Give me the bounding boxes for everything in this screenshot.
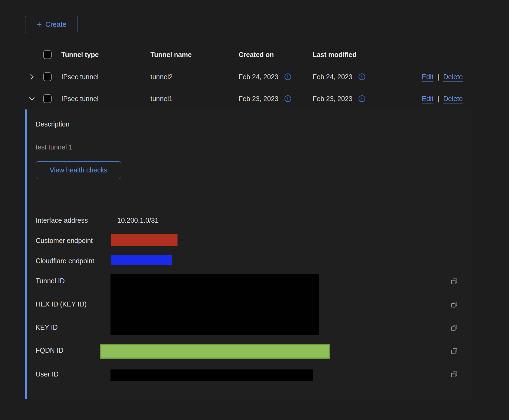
copy-hex-id-button[interactable] xyxy=(450,301,458,309)
copy-icon xyxy=(450,277,458,285)
tunnel-id-label: Tunnel ID xyxy=(36,277,65,285)
table-row: IPsec tunnel tunnel2 Feb 24, 2023 Feb 24… xyxy=(0,66,509,88)
fqdn-id-redaction xyxy=(100,344,330,359)
header-tunnel-name: Tunnel name xyxy=(150,51,192,58)
create-button[interactable]: + Create xyxy=(25,16,78,33)
interface-address-label: Interface address xyxy=(36,216,88,224)
tunnel-name-cell: tunnel2 xyxy=(150,73,173,81)
copy-tunnel-id-button[interactable] xyxy=(450,277,458,285)
cloudflare-endpoint-label: Cloudflare endpoint xyxy=(36,257,94,265)
copy-icon xyxy=(450,324,458,332)
row-actions: Edit | Delete xyxy=(422,95,463,103)
expanded-accent-bar xyxy=(25,109,27,399)
created-on-date: Feb 24, 2023 xyxy=(239,73,278,81)
collapse-chevron-down-icon[interactable] xyxy=(28,94,36,103)
customer-endpoint-label: Customer endpoint xyxy=(36,236,93,245)
last-modified-date: Feb 24, 2023 xyxy=(313,73,352,81)
cloudflare-endpoint-redaction xyxy=(111,255,172,265)
row-checkbox[interactable] xyxy=(43,94,52,103)
header-last-modified: Last modified xyxy=(313,51,357,58)
tunnel-type-cell: IPsec tunnel xyxy=(61,95,99,103)
fqdn-id-label: FQDN ID xyxy=(36,346,63,354)
info-icon[interactable] xyxy=(284,73,292,81)
header-tunnel-type: Tunnel type xyxy=(61,51,99,58)
info-icon[interactable] xyxy=(358,95,366,102)
info-icon[interactable] xyxy=(358,73,366,81)
key-id-label: KEY ID xyxy=(36,323,58,331)
created-on-cell: Feb 24, 2023 xyxy=(239,73,292,81)
copy-icon xyxy=(450,347,458,355)
user-id-redaction xyxy=(110,369,313,381)
view-health-checks-button[interactable]: View health checks xyxy=(36,161,121,179)
actions-separator: | xyxy=(437,95,439,103)
tunnel-type-cell: IPsec tunnel xyxy=(61,73,99,81)
actions-separator: | xyxy=(437,73,439,81)
copy-key-id-button[interactable] xyxy=(450,324,458,332)
created-on-cell: Feb 23, 2023 xyxy=(239,95,292,103)
expand-chevron-right-icon[interactable] xyxy=(28,72,36,81)
description-value: test tunnel 1 xyxy=(36,143,72,151)
plus-icon: + xyxy=(36,19,42,29)
delete-link[interactable]: Delete xyxy=(443,95,463,103)
delete-link[interactable]: Delete xyxy=(443,73,463,81)
created-on-date: Feb 23, 2023 xyxy=(239,95,278,103)
header-created-on: Created on xyxy=(239,51,274,58)
create-button-label: Create xyxy=(45,20,66,29)
section-divider xyxy=(36,200,462,200)
customer-endpoint-redaction xyxy=(111,234,178,246)
description-label: Description xyxy=(36,120,69,128)
row-checkbox[interactable] xyxy=(43,72,52,81)
tunnel-detail-panel: Description test tunnel 1 View health ch… xyxy=(25,109,471,399)
last-modified-cell: Feb 23, 2023 xyxy=(313,95,366,103)
copy-user-id-button[interactable] xyxy=(450,370,458,378)
last-modified-date: Feb 23, 2023 xyxy=(313,95,352,103)
last-modified-cell: Feb 24, 2023 xyxy=(313,73,366,81)
table-header: Tunnel type Tunnel name Created on Last … xyxy=(0,43,509,66)
row-actions: Edit | Delete xyxy=(422,73,463,81)
interface-address-value: 10.200.1.0/31 xyxy=(117,216,159,224)
hex-id-label: HEX ID (KEY ID) xyxy=(36,300,86,308)
tunnel-name-cell: tunnel1 xyxy=(150,95,173,103)
edit-link[interactable]: Edit xyxy=(422,95,433,103)
ids-redaction xyxy=(110,274,319,335)
copy-icon xyxy=(450,370,458,378)
copy-icon xyxy=(450,301,458,309)
table-row: IPsec tunnel tunnel1 Feb 23, 2023 Feb 23… xyxy=(0,88,509,109)
user-id-label: User ID xyxy=(36,370,59,378)
edit-link[interactable]: Edit xyxy=(422,73,433,81)
info-icon[interactable] xyxy=(284,95,292,102)
tunnels-page: + Create Tunnel type Tunnel name Created… xyxy=(0,0,509,420)
select-all-checkbox[interactable] xyxy=(43,50,52,59)
copy-fqdn-id-button[interactable] xyxy=(450,347,458,355)
